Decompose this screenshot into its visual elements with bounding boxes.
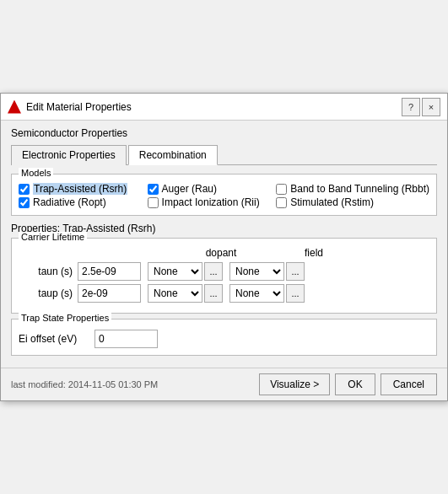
dialog-body: Semiconductor Properties Electronic Prop…: [1, 121, 447, 368]
taun-label: taun (s): [19, 266, 78, 277]
taun-field-dots-button[interactable]: ...: [286, 262, 305, 281]
taup-dopant-dots-button[interactable]: ...: [204, 284, 223, 303]
taup-field-dots-button[interactable]: ...: [286, 284, 305, 303]
taup-field-group: None ...: [229, 284, 305, 303]
visualize-button[interactable]: Visualize >: [259, 373, 330, 395]
models-grid: Trap-Assisted (Rsrh) Auger (Rau) Band to…: [19, 183, 429, 208]
cancel-button[interactable]: Cancel: [381, 373, 437, 395]
properties-section: Properties: Trap-Assisted (Rsrh) Carrier…: [11, 223, 437, 356]
help-button[interactable]: ?: [402, 98, 420, 116]
taun-dopant-select[interactable]: None: [148, 262, 202, 281]
model-stimulated-checkbox[interactable]: [276, 197, 287, 208]
ei-row: Ei offset (eV): [19, 330, 429, 348]
model-stimulated-label[interactable]: Stimulated (Rstim): [290, 196, 374, 208]
models-section: Models Trap-Assisted (Rsrh) Auger (Rau) …: [11, 174, 437, 216]
model-impact: Impact Ionization (Rii): [148, 196, 273, 208]
taup-label: taup (s): [19, 287, 78, 299]
taun-dopant-dots-button[interactable]: ...: [204, 262, 223, 281]
last-modified-text: last modified: 2014-11-05 01:30 PM: [11, 379, 259, 389]
model-impact-checkbox[interactable]: [148, 197, 159, 208]
carrier-lifetime-section: Carrier Lifetime dopant field taun (s) N…: [11, 238, 437, 314]
col-dopant-label: dopant: [175, 247, 267, 259]
model-impact-label[interactable]: Impact Ionization (Rii): [162, 196, 260, 208]
tab-strip: Electronic Properties Recombination: [11, 144, 437, 165]
model-auger: Auger (Rau): [148, 183, 273, 195]
trap-state-section: Trap State Properties Ei offset (eV): [11, 319, 437, 356]
tab-electronic[interactable]: Electronic Properties: [11, 145, 127, 165]
model-auger-label[interactable]: Auger (Rau): [162, 183, 217, 195]
taup-dopant-select[interactable]: None: [148, 284, 202, 303]
model-radiative-checkbox[interactable]: [19, 197, 30, 208]
model-stimulated: Stimulated (Rstim): [276, 196, 429, 208]
model-trap-label[interactable]: Trap-Assisted (Rsrh): [33, 183, 127, 195]
model-radiative: Radiative (Ropt): [19, 196, 144, 208]
taup-dopant-group: None ...: [148, 284, 223, 303]
taun-dopant-group: None ...: [148, 262, 223, 281]
model-band-label[interactable]: Band to Band Tunneling (Rbbt): [290, 183, 429, 195]
model-auger-checkbox[interactable]: [148, 184, 159, 195]
carrier-header: dopant field: [19, 247, 429, 259]
model-trap: Trap-Assisted (Rsrh): [19, 183, 144, 195]
taup-row: taup (s) None ... None ...: [19, 284, 429, 303]
app-icon: [8, 100, 21, 114]
tab-recombination[interactable]: Recombination: [128, 145, 218, 165]
footer: last modified: 2014-11-05 01:30 PM Visua…: [1, 368, 447, 400]
model-band-checkbox[interactable]: [276, 184, 287, 195]
taun-field-select[interactable]: None: [229, 262, 284, 281]
close-button[interactable]: ×: [422, 98, 440, 116]
ok-button[interactable]: OK: [335, 373, 375, 395]
trap-state-title: Trap State Properties: [19, 313, 111, 323]
taup-input[interactable]: [78, 284, 141, 303]
carrier-title: Carrier Lifetime: [19, 232, 87, 242]
taun-row: taun (s) None ... None ...: [19, 262, 429, 281]
model-radiative-label[interactable]: Radiative (Ropt): [33, 196, 106, 208]
title-bar: Edit Material Properties ? ×: [1, 94, 447, 121]
ei-label: Ei offset (eV): [19, 333, 94, 345]
ei-input[interactable]: [94, 330, 158, 348]
col-field-label: field: [276, 247, 352, 259]
title-bar-controls: ? ×: [402, 98, 440, 116]
model-trap-checkbox[interactable]: [19, 184, 30, 195]
models-title: Models: [19, 168, 53, 178]
taup-field-select[interactable]: None: [229, 284, 284, 303]
taun-field-group: None ...: [229, 262, 305, 281]
semiconductor-label: Semiconductor Properties: [11, 127, 437, 139]
taun-input[interactable]: [78, 262, 141, 281]
footer-buttons: Visualize > OK Cancel: [259, 373, 437, 395]
dialog: Edit Material Properties ? × Semiconduct…: [0, 93, 448, 401]
dialog-title: Edit Material Properties: [26, 101, 402, 113]
model-band: Band to Band Tunneling (Rbbt): [276, 183, 429, 195]
